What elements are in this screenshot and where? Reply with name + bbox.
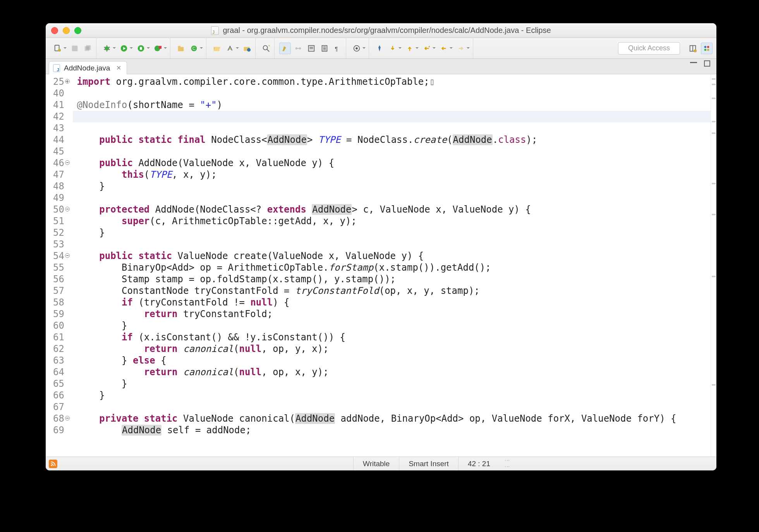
save-all-button[interactable] [82, 43, 94, 54]
search-button[interactable] [260, 43, 272, 54]
minimize-view-icon[interactable] [690, 62, 697, 63]
rss-icon[interactable] [49, 460, 57, 468]
close-tab-icon[interactable]: ✕ [116, 64, 121, 72]
open-perspective-button[interactable] [687, 43, 699, 54]
new-package-button[interactable] [175, 43, 187, 54]
debug-button[interactable] [101, 43, 113, 54]
new-class-button[interactable]: C [188, 43, 200, 54]
svg-rect-9 [140, 47, 142, 50]
svg-rect-11 [159, 46, 161, 48]
svg-point-18 [229, 48, 231, 50]
window-title: graal - org.graalvm.compiler.nodes/src/o… [223, 26, 551, 35]
line-number-gutter: 2540414243444546474849505152535455565758… [46, 74, 66, 456]
svg-point-25 [299, 47, 301, 50]
editor-tab-label: AddNode.java [64, 64, 110, 72]
svg-text:¶: ¶ [335, 45, 338, 51]
svg-text:C: C [192, 46, 196, 50]
java-file-icon [53, 64, 60, 72]
code-editor[interactable]: 2540414243444546474849505152535455565758… [46, 74, 716, 456]
eclipse-window: graal - org.graalvm.compiler.nodes/src/o… [46, 23, 716, 470]
java-perspective-button[interactable] [701, 43, 713, 54]
open-resource-button[interactable] [211, 43, 223, 54]
fold-bar[interactable] [66, 74, 73, 456]
search-menu-button[interactable] [224, 43, 236, 54]
window-zoom-button[interactable] [74, 27, 81, 34]
window-minimize-button[interactable] [63, 27, 70, 34]
svg-point-41 [704, 46, 707, 48]
last-edit-button[interactable] [421, 43, 433, 54]
outline-button[interactable] [306, 43, 317, 54]
toggle-mark-occurrences-button[interactable] [279, 43, 291, 54]
status-bar: Writable Smart Insert 42 : 21 ⋮⋮ [46, 456, 716, 470]
svg-point-20 [247, 48, 251, 51]
editor-tabbar: AddNode.java ✕ [46, 59, 716, 74]
svg-point-45 [51, 465, 52, 466]
main-toolbar: C ¶ [46, 38, 716, 59]
new-button[interactable] [52, 43, 64, 54]
run-external-button[interactable] [152, 43, 164, 54]
maximize-view-icon[interactable] [704, 60, 710, 67]
quick-access-input[interactable]: Quick Access [618, 42, 680, 55]
svg-point-21 [263, 45, 268, 50]
prev-annotation-button[interactable] [404, 43, 416, 54]
svg-point-40 [694, 49, 697, 52]
svg-rect-4 [86, 45, 91, 50]
svg-point-24 [295, 47, 298, 50]
save-button[interactable] [69, 43, 81, 54]
svg-point-5 [105, 46, 109, 50]
run-button[interactable] [118, 43, 130, 54]
svg-point-1 [58, 48, 61, 51]
svg-rect-2 [72, 45, 78, 51]
open-type-button[interactable] [241, 43, 253, 54]
toggle-breadcrumb-button[interactable] [292, 43, 304, 54]
forward-button[interactable] [455, 43, 467, 54]
status-insert-mode: Smart Insert [399, 457, 458, 470]
svg-marker-23 [268, 45, 270, 46]
svg-rect-12 [178, 47, 184, 51]
svg-point-44 [707, 48, 709, 51]
svg-rect-13 [178, 46, 180, 47]
coverage-button[interactable] [135, 43, 147, 54]
status-writable: Writable [353, 457, 399, 470]
svg-point-43 [704, 48, 707, 51]
pin-editor-button[interactable] [374, 43, 385, 54]
svg-point-42 [707, 46, 709, 48]
svg-point-36 [355, 47, 358, 50]
next-annotation-button[interactable] [387, 43, 398, 54]
status-grip-icon: ⋮⋮ [504, 458, 510, 470]
svg-line-22 [267, 49, 270, 51]
status-cursor-pos: 42 : 21 [458, 457, 500, 470]
back-button[interactable] [438, 43, 450, 54]
show-source-button[interactable] [319, 43, 330, 54]
annotations-button[interactable] [351, 43, 362, 54]
svg-point-37 [429, 46, 430, 47]
window-close-button[interactable] [51, 27, 58, 34]
java-file-icon [211, 26, 219, 35]
code-area[interactable]: import org.graalvm.compiler.core.common.… [73, 74, 711, 456]
overview-ruler[interactable] [711, 74, 716, 456]
show-whitespace-button[interactable]: ¶ [332, 43, 343, 54]
titlebar: graal - org.graalvm.compiler.nodes/src/o… [46, 23, 716, 38]
editor-tab-addnode[interactable]: AddNode.java ✕ [49, 61, 127, 74]
